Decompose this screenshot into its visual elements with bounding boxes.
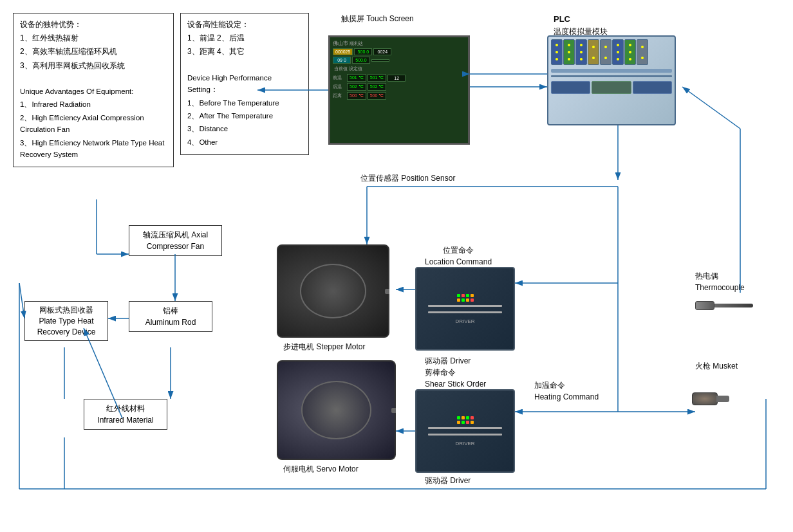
- screen-cell: 502 ℃: [368, 83, 387, 91]
- stepper-motor-body: [277, 244, 389, 338]
- plc-modules-row: [551, 39, 672, 65]
- shear-cmd-en: Shear Stick Order: [425, 380, 486, 389]
- axial-fan-box: 轴流压缩风机 Axial Compressor Fan: [129, 225, 222, 256]
- plc-module-6: [612, 39, 624, 65]
- driver2-bar2: [428, 434, 501, 436]
- driver2-led-row2: [457, 421, 474, 424]
- driver-led: [471, 298, 474, 302]
- position-sensor-en: Position Sensor: [401, 174, 455, 183]
- musket-device: [692, 380, 782, 418]
- screen-row-3: 前温 501 ℃ 501 ℃ 12: [333, 74, 465, 82]
- stepper-motor-label: 步进电机 Stepper Motor: [283, 341, 365, 353]
- tc-body: [695, 301, 714, 310]
- driver2-device: DRIVER: [415, 389, 515, 473]
- position-sensor-cn: 位置传感器: [360, 174, 401, 183]
- driver1-cn: 驱动器: [425, 356, 448, 365]
- driver2-bar: [428, 427, 501, 429]
- right-cn-title: 设备高性能设定：: [187, 19, 302, 31]
- motor-shaft-2: [391, 408, 396, 413]
- infrared-mat-box: 红外线材料 Infrared Material: [84, 399, 167, 430]
- driver-led: [457, 298, 460, 302]
- driver1-label: 驱动器 Driver: [425, 355, 471, 367]
- plate-heat-cn: 网板式热回收器: [39, 306, 93, 315]
- main-page: 设备的独特优势： 1、红外线热辐射 2、高效率轴流压缩循环风机 3、高利用率网板…: [0, 0, 793, 532]
- plc-rail2: [551, 75, 672, 77]
- left-cn-item-1: 1、红外线热辐射: [20, 32, 167, 44]
- svg-line-24: [682, 87, 740, 129]
- driver-led: [466, 294, 469, 297]
- plc-module-7: [624, 39, 636, 65]
- touchscreen-cn: 触摸屏: [341, 14, 364, 23]
- servo-motor-device: [277, 360, 396, 460]
- screen-cell: 000025: [333, 48, 353, 55]
- driver-led: [457, 421, 460, 424]
- aluminum-rod-en: Aluminum Rod: [145, 318, 196, 327]
- heating-cmd-en: Heating Command: [534, 392, 599, 401]
- driver-led: [466, 416, 469, 419]
- musket-nozzle: [716, 396, 729, 402]
- location-cmd-en: Location Command: [425, 257, 492, 266]
- plc-cn2: 温度模拟量模块: [554, 27, 608, 36]
- heating-cmd-label: 加温命令 Heating Command: [534, 380, 599, 403]
- left-en-title: Unique Advantages Of Equipment:: [20, 86, 167, 97]
- plc-cn: PLC: [554, 14, 570, 24]
- driver1-device: DRIVER: [415, 267, 515, 351]
- right-en-item-1: 1、Before The Temperature: [187, 97, 302, 109]
- plate-heat-box: 网板式热回收器 Plate Type Heat Recovery Device: [24, 301, 108, 341]
- location-cmd-cn: 位置命令: [443, 246, 474, 255]
- screen-cell: [371, 59, 389, 62]
- driver1-bar: [428, 305, 501, 307]
- right-cn-item-34: 3、距离 4、其它: [187, 46, 302, 58]
- left-en-item-2: 2、High Efficiency Axial Compression Circ…: [20, 112, 167, 136]
- touchscreen-device: 佛山市 顺利达 000025 500.0 0024 09 0 500.0 当前值…: [328, 35, 470, 145]
- screen-cell: 500 ℃: [347, 92, 366, 100]
- thermocouple-label: 热电偶 Thermocouple: [695, 270, 745, 293]
- left-en-item-1: 1、Infrared Radiation: [20, 98, 167, 110]
- servo-motor-label: 伺服电机 Servo Motor: [283, 463, 359, 475]
- infrared-mat-en: Infrared Material: [97, 416, 153, 425]
- screen-cell: 500.0: [354, 48, 372, 55]
- driver2-cn: 驱动器: [425, 476, 448, 485]
- servo-motor-body: [277, 360, 396, 460]
- heating-cmd-cn: 加温命令: [534, 381, 565, 390]
- plc-module-3: [575, 39, 587, 65]
- plc-bottom-row: [551, 81, 672, 94]
- screen-cell: 09 0: [333, 57, 351, 64]
- screen-cell: 501 ℃: [368, 74, 387, 82]
- stepper-motor-en: Stepper Motor: [316, 342, 365, 351]
- driver-led: [471, 294, 474, 297]
- motor-detail-2: [301, 381, 371, 439]
- plc-device: [547, 35, 676, 125]
- plc-module-1: [551, 39, 563, 65]
- musket-body: [692, 392, 718, 405]
- left-cn-title: 设备的独特优势：: [20, 19, 167, 31]
- axial-fan-cn: 轴流压缩风机: [143, 230, 189, 239]
- screen-cell: 12: [387, 75, 406, 82]
- motor-detail: [300, 264, 366, 318]
- tc-rod: [714, 304, 753, 307]
- plc-module-2: [563, 39, 575, 65]
- stepper-motor-cn: 步进电机: [283, 342, 314, 351]
- driver1-led-row2: [457, 298, 474, 302]
- servo-motor-cn: 伺服电机: [283, 464, 314, 473]
- left-cn-item-3: 3、高利用率网板式热回收系统: [20, 60, 167, 72]
- driver-led: [466, 298, 469, 302]
- screen-cell: 500 ℃: [368, 92, 387, 100]
- driver1-bar2: [428, 311, 501, 313]
- driver2-label: 驱动器 Driver: [425, 475, 471, 486]
- driver-led: [457, 416, 460, 419]
- right-en-item-2: 2、After The Temperature: [187, 110, 302, 122]
- musket-cn: 火枪: [695, 362, 711, 371]
- touchscreen-en: Touch Screen: [366, 14, 413, 23]
- position-sensor-label: 位置传感器 Position Sensor: [360, 172, 455, 184]
- right-info-box: 设备高性能设定： 1、前温 2、后温 3、距离 4、其它 Device High…: [180, 13, 309, 155]
- plc-rail: [551, 69, 672, 73]
- touchscreen-label: 触摸屏 Touch Screen: [341, 13, 414, 24]
- infrared-mat-cn: 红外线材料: [106, 404, 145, 413]
- plc-module-4: [588, 39, 599, 65]
- plc-module-8: [637, 39, 648, 65]
- driver-led: [462, 298, 465, 302]
- right-cn-item-12: 1、前温 2、后温: [187, 32, 302, 44]
- driver-led: [457, 294, 460, 297]
- driver-led: [462, 421, 465, 424]
